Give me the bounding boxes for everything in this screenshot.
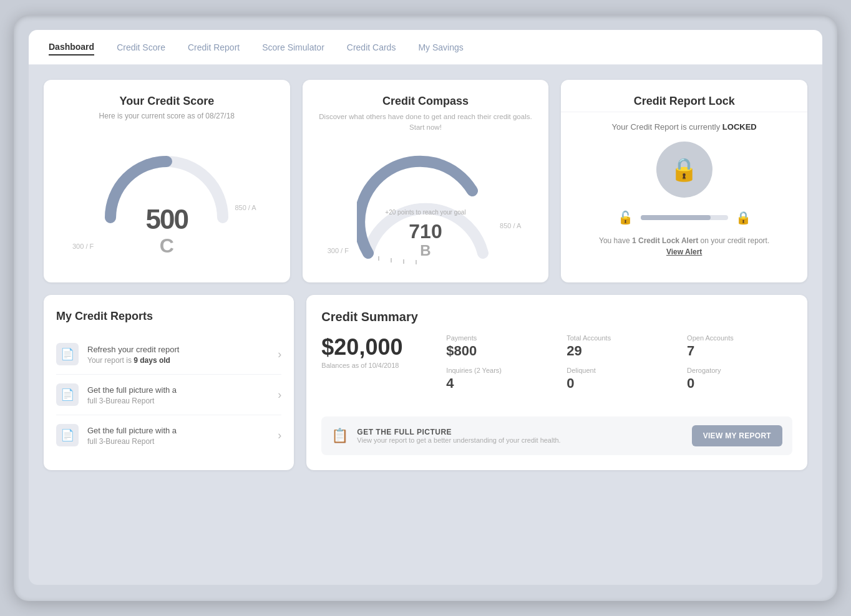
- credit-score-gauge: 500 850 / A 300 / F C: [59, 130, 275, 267]
- lock-symbol-icon: 🔒: [670, 156, 698, 183]
- credit-report-lock-card: Credit Report Lock Your Credit Report is…: [561, 80, 807, 282]
- report-main-text-0: Refresh your credit report: [87, 344, 269, 356]
- credit-reports-title: My Credit Reports: [56, 310, 281, 323]
- bottom-row: My Credit Reports 📄 Refresh your credit …: [44, 295, 807, 470]
- compass-chart: 710 B 850 / A 300 / F +20 points to reac…: [318, 141, 534, 266]
- stat-inquiries: Inquiries (2 Years) 4: [446, 367, 552, 392]
- summary-balance: $20,000 Balances as of 10/4/2018: [321, 334, 421, 369]
- lock-icon: 🔒: [736, 210, 751, 225]
- report-text-bureau-1: Get the full picture with a full 3-Burea…: [87, 384, 269, 405]
- stat-value-inquiries: 4: [446, 375, 552, 392]
- lock-icon-container: 🔒: [576, 142, 792, 198]
- report-item-bureau-2[interactable]: 📄 Get the full picture with a full 3-Bur…: [56, 415, 281, 455]
- app-container: Dashboard Credit Score Credit Report Sco…: [29, 30, 822, 585]
- report-main-text-2: Get the full picture with a: [87, 425, 269, 437]
- footer-cta-subtitle: View your report to get a better underst…: [357, 436, 683, 444]
- compass-title: Credit Compass: [318, 95, 534, 108]
- report-text-bureau-2: Get the full picture with a full 3-Burea…: [87, 425, 269, 446]
- credit-score-card: Your Credit Score Here is your current s…: [44, 80, 290, 282]
- unlock-icon: 🔓: [618, 210, 633, 225]
- view-my-report-button[interactable]: VIEW MY REPORT: [692, 425, 782, 446]
- nav-item-dashboard[interactable]: Dashboard: [49, 39, 94, 55]
- nav-bar: Dashboard Credit Score Credit Report Sco…: [29, 30, 822, 65]
- stat-total-accounts: Total Accounts 29: [567, 334, 672, 359]
- top-row: Your Credit Score Here is your current s…: [44, 80, 807, 282]
- credit-summary-card: Credit Summary $20,000 Balances as of 10…: [306, 295, 807, 470]
- report-icon-refresh: 📄: [56, 343, 79, 365]
- lock-alert-text: You have 1 Credit Lock Alert on your cre…: [576, 235, 792, 257]
- report-main-text-1: Get the full picture with a: [87, 384, 269, 397]
- credit-score-grade: C: [160, 234, 174, 257]
- report-item-bureau-1[interactable]: 📄 Get the full picture with a full 3-Bur…: [56, 375, 281, 415]
- report-chevron-0: ›: [278, 348, 281, 361]
- report-icon-bureau-1: 📄: [56, 383, 79, 406]
- footer-doc-icon: 📋: [331, 428, 348, 444]
- footer-cta-title: GET THE FULL PICTURE: [357, 428, 683, 436]
- nav-item-my-savings[interactable]: My Savings: [418, 40, 463, 55]
- credit-compass-card: Credit Compass Discover what others have…: [303, 80, 549, 282]
- report-sub-text-0: Your report is 9 days old: [87, 356, 269, 365]
- compass-min-label: 300 / F: [328, 247, 349, 254]
- report-item-refresh[interactable]: 📄 Refresh your credit report Your report…: [56, 334, 281, 375]
- stat-open-accounts: Open Accounts 7: [687, 334, 792, 359]
- device-frame: Dashboard Credit Score Credit Report Sco…: [14, 15, 837, 601]
- lock-circle: 🔒: [656, 142, 712, 198]
- stat-label-inquiries: Inquiries (2 Years): [446, 367, 552, 374]
- report-chevron-2: ›: [278, 429, 281, 442]
- stat-derogatory: Derogatory 0: [687, 367, 792, 392]
- my-credit-reports-card: My Credit Reports 📄 Refresh your credit …: [44, 295, 294, 470]
- credit-score-value: 500: [146, 204, 188, 235]
- lock-slider[interactable]: [641, 215, 728, 220]
- summary-title: Credit Summary: [321, 310, 792, 324]
- balance-date: Balances as of 10/4/2018: [321, 362, 421, 369]
- stat-label-total: Total Accounts: [567, 334, 672, 342]
- balance-amount: $20,000: [321, 334, 421, 360]
- credit-score-title: Your Credit Score: [59, 95, 275, 108]
- summary-stats-grid: Payments $800 Total Accounts 29 Open Acc…: [446, 334, 792, 392]
- lock-status: Your Credit Report is currently LOCKED: [576, 122, 792, 132]
- stat-value-payments: $800: [446, 343, 552, 359]
- stat-value-derogatory: 0: [687, 375, 792, 392]
- report-sub-text-2: full 3-Bureau Report: [87, 437, 269, 446]
- footer-text: GET THE FULL PICTURE View your report to…: [357, 428, 683, 444]
- stat-value-open: 7: [687, 343, 792, 359]
- lock-slider-fill: [641, 215, 711, 220]
- stat-delinquent: Deliquent 0: [567, 367, 672, 392]
- nav-item-score-simulator[interactable]: Score Simulator: [262, 40, 324, 55]
- stat-value-delinquent: 0: [567, 375, 672, 392]
- gauge-max-label: 850 / A: [235, 204, 256, 211]
- compass-max-label: 850 / A: [500, 222, 521, 229]
- view-alert-link[interactable]: View Alert: [666, 248, 702, 256]
- stat-label-open: Open Accounts: [687, 334, 792, 342]
- stat-label-payments: Payments: [446, 334, 552, 342]
- report-sub-text-1: full 3-Bureau Report: [87, 397, 269, 405]
- credit-score-subtitle: Here is your current score as of 08/27/1…: [59, 112, 275, 120]
- gauge-min-label: 300 / F: [72, 243, 94, 250]
- stat-value-total: 29: [567, 343, 672, 359]
- summary-footer: 📋 GET THE FULL PICTURE View your report …: [321, 416, 792, 455]
- summary-top: $20,000 Balances as of 10/4/2018 Payment…: [321, 334, 792, 392]
- compass-grade: B: [420, 242, 430, 259]
- report-text-refresh: Refresh your credit report Your report i…: [87, 344, 269, 365]
- main-content: Your Credit Score Here is your current s…: [29, 65, 822, 485]
- lock-title: Credit Report Lock: [576, 95, 792, 108]
- nav-item-credit-score[interactable]: Credit Score: [117, 40, 165, 55]
- stat-payments: Payments $800: [446, 334, 552, 359]
- stat-label-derogatory: Derogatory: [687, 367, 792, 374]
- nav-item-credit-report[interactable]: Credit Report: [188, 40, 240, 55]
- compass-description: Discover what others have done to get an…: [318, 112, 534, 133]
- compass-points-label: +20 points to reach your goal: [385, 209, 465, 216]
- report-chevron-1: ›: [278, 388, 281, 402]
- report-icon-bureau-2: 📄: [56, 424, 79, 446]
- nav-item-credit-cards[interactable]: Credit Cards: [347, 40, 396, 55]
- lock-slider-row: 🔓 🔒: [576, 210, 792, 225]
- compass-score: 710: [409, 220, 442, 243]
- stat-label-delinquent: Deliquent: [567, 367, 672, 374]
